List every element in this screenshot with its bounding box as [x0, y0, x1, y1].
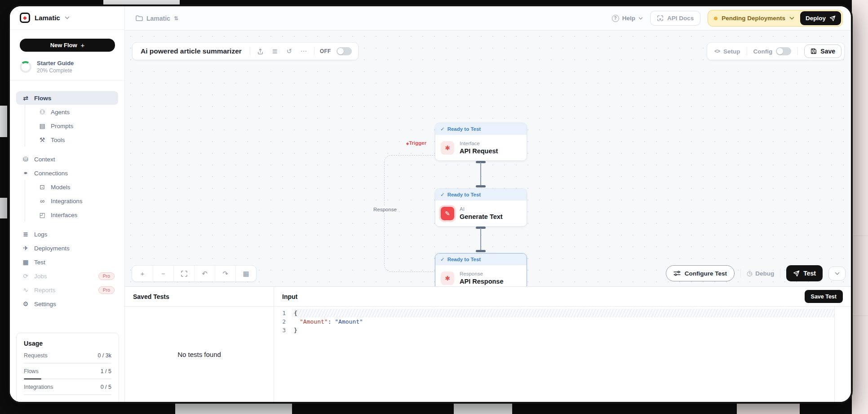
fit-view-button[interactable] [173, 266, 194, 281]
api-icon: ✱ [441, 141, 454, 155]
sidebar: ◆ Lamatic New Flow + Starter Guide 20% C… [10, 6, 125, 402]
node-category: AI [460, 206, 503, 212]
code-icon: <> [714, 48, 720, 54]
test-more-button[interactable] [828, 267, 846, 280]
usage-title: Usage [24, 340, 111, 347]
check-icon: ✓ [440, 191, 445, 198]
canvas-toolbar: +−↶↷▦ [132, 265, 257, 282]
deploy-button[interactable]: Deploy [800, 11, 841, 25]
zoom-out-button[interactable]: − [153, 266, 173, 281]
notes-icon: ▦ [243, 270, 249, 278]
save-button[interactable]: Save [804, 45, 841, 58]
redo-icon: ↷ [222, 270, 228, 278]
flow-canvas[interactable]: Ai powered article summarizer ≣↺⋯ OFF <>… [125, 31, 851, 286]
workspace-switcher[interactable]: ◆ Lamatic [10, 6, 124, 30]
starter-guide[interactable]: Starter Guide 20% Complete [20, 60, 115, 74]
sidebar-item-context[interactable]: ⛁Context [16, 152, 118, 166]
node-api-request[interactable]: ✓ Ready to Test ✱ Interface API Request [435, 123, 527, 161]
redo-button[interactable]: ↷ [215, 266, 235, 281]
node-status-bar: ✓ Ready to Test [435, 254, 527, 265]
save-test-button[interactable]: Save Test [805, 290, 843, 303]
progress-ring-icon [20, 61, 31, 73]
sidebar-item-label: Test [34, 259, 45, 266]
sidebar-item-label: Agents [51, 109, 70, 116]
sidebar-item-label: Integrations [51, 198, 83, 205]
sidebar-item-label: Logs [34, 231, 47, 238]
topbar: Lamatic ⇅ ? Help API [125, 6, 851, 31]
api-docs-button[interactable]: API Docs [650, 11, 700, 26]
more-icon[interactable]: ⋯ [299, 47, 309, 55]
code-content: } [292, 326, 835, 334]
tool-icon: ⚒ [38, 136, 46, 143]
project-selector[interactable]: Lamatic ⇅ [136, 15, 178, 22]
empty-tests-message: No tests found [177, 351, 221, 358]
input-title: Input [282, 293, 297, 300]
sidebar-item-prompts[interactable]: ▤Prompts [16, 119, 118, 133]
backdrop-fragment [0, 106, 7, 137]
help-menu[interactable]: ? Help [612, 15, 643, 22]
help-icon: ? [612, 15, 619, 22]
pro-badge: Pro [98, 286, 115, 294]
screenshot-stage: ◆ Lamatic New Flow + Starter Guide 20% C… [0, 0, 868, 414]
config-toggle[interactable] [776, 47, 791, 55]
undo-button[interactable]: ↶ [194, 266, 215, 281]
fit-view-icon [181, 271, 187, 277]
sidebar-item-reports[interactable]: ∿ReportsPro [16, 283, 118, 297]
debug-button[interactable]: ◷ Debug [747, 270, 774, 277]
sidebar-item-settings[interactable]: ⚙Settings [16, 297, 118, 311]
sidebar-item-test[interactable]: ▦Test [16, 255, 118, 269]
zoom-in-icon: + [141, 270, 145, 277]
sidebar-item-integrations[interactable]: ∞Integrations [16, 194, 118, 208]
sidebar-item-jobs[interactable]: ⟳JobsPro [16, 269, 118, 283]
backdrop-fragment [454, 403, 512, 414]
model-icon: ⊡ [38, 183, 46, 191]
node-api-response[interactable]: ✓ Ready to Test ✱ Response API Response [435, 253, 527, 286]
workspace-name: Lamatic [35, 14, 60, 22]
pending-status-dot-icon [714, 17, 717, 20]
sidebar-item-label: Prompts [51, 123, 73, 129]
backdrop-fragment [175, 403, 292, 414]
sidebar-item-connections[interactable]: ⚭Connections [16, 166, 118, 180]
new-flow-label: New Flow [50, 42, 77, 49]
flow-enabled-toggle[interactable] [337, 47, 352, 55]
divider [747, 47, 747, 55]
line-number: 1 [274, 309, 292, 317]
setup-button[interactable]: <> Setup [714, 48, 740, 55]
config-label: Config [753, 48, 773, 55]
api-docs-label: API Docs [667, 15, 694, 22]
context-icon: ⛁ [22, 156, 30, 163]
new-flow-button[interactable]: New Flow + [20, 39, 115, 52]
configure-test-button[interactable]: Configure Test [666, 265, 735, 281]
sidebar-item-tools[interactable]: ⚒Tools [16, 133, 118, 147]
sidebar-item-label: Flows [34, 95, 51, 102]
sidebar-item-label: Connections [34, 170, 68, 177]
connections-icon: ⚭ [22, 169, 30, 177]
sidebar-item-flows[interactable]: ⇄Flows [16, 91, 118, 105]
sidebar-item-label: Jobs [34, 273, 47, 280]
share-icon[interactable] [256, 48, 266, 55]
pending-deployments-dropdown[interactable]: Pending Deployments Deploy [708, 10, 843, 27]
plus-icon: + [81, 41, 85, 49]
json-input-editor[interactable]: 1{2"Amount": "Amount"3} [274, 307, 851, 402]
sidebar-item-agents[interactable]: ⚇Agents [16, 105, 118, 119]
usage-row: Integrations0 / 5 [24, 384, 111, 395]
sidebar-item-logs[interactable]: ≣Logs [16, 227, 118, 241]
history-icon[interactable]: ↺ [284, 47, 294, 55]
zoom-in-button[interactable]: + [132, 266, 153, 281]
sidebar-item-models[interactable]: ⊡Models [16, 180, 118, 194]
sidebar-item-label: Settings [34, 301, 56, 307]
sidebar-item-interfaces[interactable]: ◰Interfaces [16, 208, 118, 222]
list-icon[interactable]: ≣ [270, 47, 280, 55]
folder-icon [136, 15, 143, 21]
backdrop-fragment [0, 198, 7, 218]
node-generate-text[interactable]: ✓ Ready to Test ✎ AI Generate Text [435, 188, 527, 227]
sidebar-nav: ⇄Flows⚇Agents▤Prompts⚒Tools⛁Context⚭Conn… [10, 80, 124, 311]
node-status-bar: ✓ Ready to Test [435, 123, 527, 135]
test-button[interactable]: Test [786, 265, 823, 281]
notes-button[interactable]: ▦ [235, 266, 256, 281]
node-status-bar: ✓ Ready to Test [435, 189, 527, 200]
canvas-controls-card: <> Setup Config Save [707, 42, 845, 60]
response-edge-label: Response [372, 206, 399, 213]
sidebar-item-deployments[interactable]: ✈Deployments [16, 241, 118, 255]
flow-title-card: Ai powered article summarizer ≣↺⋯ OFF [132, 42, 359, 60]
